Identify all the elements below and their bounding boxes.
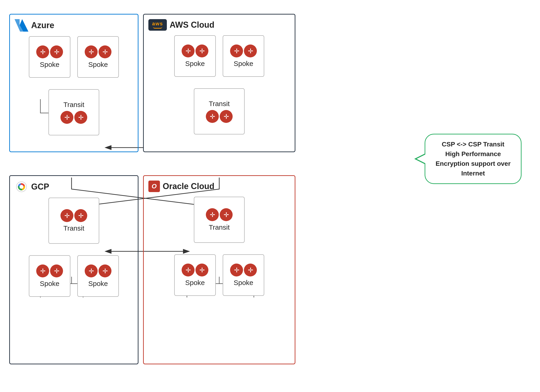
oracle-spoke-2-label: Spoke — [234, 279, 253, 287]
azure-spoke-2-label: Spoke — [88, 61, 108, 69]
azure-spoke-1-label: Spoke — [40, 61, 59, 69]
gcp-logo-icon — [15, 181, 28, 193]
aws-spoke-2-icon: ✛ ✛ — [230, 44, 257, 57]
azure-transit-label-top: Transit — [64, 101, 85, 109]
azure-spoke-2-icon: ✛ ✛ — [85, 45, 111, 58]
oracle-spoke-1: ✛ ✛ Spoke — [174, 254, 216, 296]
diagram-container: Azure ✛ ✛ Spoke ✛ ✛ Spoke Transit — [0, 0, 540, 392]
aws-label: AWS Cloud — [170, 20, 214, 30]
gcp-cloud-box: GCP ✛ ✛ Transit ✛ ✛ Spoke — [9, 175, 139, 364]
gcp-label: GCP — [31, 182, 49, 192]
azure-transit-icon: ✛ ✛ — [60, 111, 87, 124]
aws-transit-icon: ✛ ✛ — [206, 110, 233, 123]
gcp-spoke-2: ✛ ✛ Spoke — [77, 255, 119, 297]
aws-spoke-row: ✛ ✛ Spoke ✛ ✛ Spoke — [148, 35, 290, 77]
aws-header: aws AWS Cloud — [148, 19, 290, 31]
aws-transit: Transit ✛ ✛ — [194, 88, 245, 134]
gcp-spoke-2-label: Spoke — [88, 280, 108, 288]
gcp-spoke-1: ✛ ✛ Spoke — [29, 255, 70, 297]
gcp-transit-icon: ✛ ✛ — [60, 209, 87, 222]
gcp-transit: ✛ ✛ Transit — [49, 198, 99, 244]
azure-spoke-1: ✛ ✛ Spoke — [29, 36, 70, 78]
gcp-spoke-1-icon: ✛ ✛ — [36, 265, 63, 277]
csp-line1: CSP <-> CSP Transit — [442, 141, 504, 148]
csp-callout: CSP <-> CSP Transit High Performance Enc… — [425, 134, 521, 184]
gcp-transit-label: Transit — [64, 224, 85, 232]
aws-spoke-1: ✛ ✛ Spoke — [174, 35, 216, 77]
azure-logo-icon — [15, 19, 28, 32]
aws-spoke-2: ✛ ✛ Spoke — [223, 35, 264, 77]
gcp-header: GCP — [15, 181, 133, 193]
aws-spoke-1-icon: ✛ ✛ — [182, 44, 208, 57]
oracle-spoke-1-icon: ✛ ✛ — [182, 264, 208, 276]
oracle-spoke-2-icon: ✛ ✛ — [230, 264, 257, 276]
aws-transit-label-top: Transit — [209, 100, 230, 108]
oracle-label: Oracle Cloud — [163, 181, 214, 191]
oracle-transit: ✛ ✛ Transit — [194, 197, 245, 243]
azure-spoke-row: ✛ ✛ Spoke ✛ ✛ Spoke — [15, 36, 133, 78]
azure-spoke-1-icon: ✛ ✛ — [36, 45, 63, 58]
oracle-cloud-box: O Oracle Cloud ✛ ✛ Transit ✛ ✛ Spoke — [143, 175, 295, 364]
oracle-spoke-2: ✛ ✛ Spoke — [223, 254, 264, 296]
csp-line2: High Performance Encryption support over — [435, 150, 510, 167]
gcp-spoke-1-label: Spoke — [40, 280, 59, 288]
oracle-transit-icon: ✛ ✛ — [206, 208, 233, 221]
oracle-header: O Oracle Cloud — [148, 181, 290, 192]
aws-spoke-1-label: Spoke — [185, 60, 205, 68]
csp-callout-text: CSP <-> CSP Transit High Performance Enc… — [434, 139, 513, 178]
oracle-logo-icon: O — [148, 181, 160, 192]
csp-line3: Internet — [461, 170, 485, 177]
aws-spoke-2-label: Spoke — [234, 60, 253, 68]
oracle-spoke-1-label: Spoke — [185, 279, 205, 287]
gcp-spoke-row: ✛ ✛ Spoke ✛ ✛ Spoke — [15, 255, 133, 297]
azure-transit: Transit ✛ ✛ — [49, 89, 99, 135]
gcp-spoke-2-icon: ✛ ✛ — [85, 265, 111, 277]
azure-spoke-2: ✛ ✛ Spoke — [77, 36, 119, 78]
azure-label: Azure — [31, 20, 54, 30]
aws-cloud-box: aws AWS Cloud ✛ ✛ Spoke ✛ ✛ Spoke — [143, 14, 295, 152]
oracle-spoke-row: ✛ ✛ Spoke ✛ ✛ Spoke — [148, 254, 290, 296]
azure-cloud-box: Azure ✛ ✛ Spoke ✛ ✛ Spoke Transit — [9, 14, 139, 152]
oracle-transit-label: Transit — [209, 223, 230, 231]
aws-logo-icon: aws — [148, 19, 167, 31]
azure-header: Azure — [15, 19, 133, 32]
